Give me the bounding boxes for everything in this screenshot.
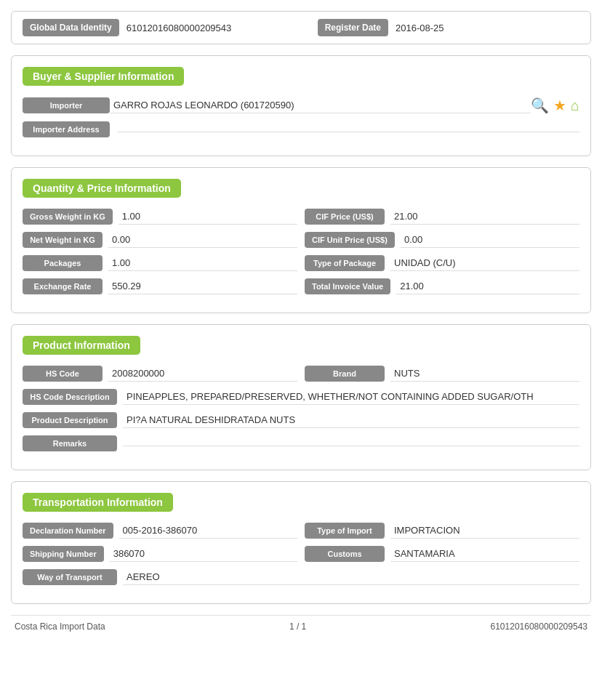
transport-row-3: Way of Transport AEREO	[23, 569, 579, 585]
total-invoice-label: Total Invoice Value	[305, 278, 390, 294]
global-id-label: Global Data Identity	[23, 19, 119, 36]
exchange-rate-value: 550.29	[108, 278, 297, 294]
hs-desc-label: HS Code Description	[23, 389, 117, 405]
type-import-label: Type of Import	[305, 523, 385, 539]
product-row-1: HS Code 2008200000 Brand NUTS	[23, 366, 579, 382]
transport-row-2: Shipping Number 386070 Customs SANTAMARI…	[23, 546, 579, 562]
page-wrapper: Global Data Identity 6101201608000020954…	[0, 0, 602, 700]
shipping-num-pair: Shipping Number 386070	[23, 546, 297, 562]
gross-weight-value: 1.00	[119, 209, 297, 225]
brand-pair: Brand NUTS	[305, 366, 579, 382]
product-info-title: Product Information	[23, 336, 140, 355]
product-info-section: Product Information HS Code 2008200000 B…	[11, 324, 591, 470]
remarks-label: Remarks	[23, 435, 117, 451]
star-icon[interactable]: ★	[553, 97, 566, 114]
hs-code-label: HS Code	[23, 366, 103, 382]
customs-value: SANTAMARIA	[390, 546, 579, 562]
type-package-value: UNIDAD (C/U)	[390, 255, 579, 271]
remarks-row: Remarks	[23, 435, 579, 451]
hs-desc-row: HS Code Description PINEAPPLES, PREPARED…	[23, 389, 579, 405]
packages-value: 1.00	[108, 255, 297, 271]
cif-price-value: 21.00	[390, 209, 579, 225]
type-import-pair: Type of Import IMPORTACION	[305, 523, 579, 539]
identity-bar: Global Data Identity 6101201608000020954…	[11, 11, 591, 44]
shipping-num-value: 386070	[110, 546, 297, 562]
exchange-rate-pair: Exchange Rate 550.29	[23, 278, 297, 294]
net-weight-label: Net Weight in KG	[23, 232, 103, 248]
importer-address-label: Importer Address	[23, 121, 110, 137]
importer-address-value	[117, 127, 579, 132]
remarks-value	[123, 441, 579, 446]
declaration-num-pair: Declaration Number 005-2016-386070	[23, 523, 297, 539]
hs-code-value: 2008200000	[108, 366, 297, 382]
declaration-num-label: Declaration Number	[23, 523, 113, 539]
search-icon[interactable]: 🔍	[531, 97, 549, 114]
footer-center: 1 / 1	[289, 621, 306, 632]
importer-address-row: Importer Address	[23, 121, 579, 137]
brand-value: NUTS	[390, 366, 579, 382]
packages-label: Packages	[23, 255, 103, 271]
customs-label: Customs	[305, 546, 385, 562]
qty-row-3: Packages 1.00 Type of Package UNIDAD (C/…	[23, 255, 579, 271]
transport-row-1: Declaration Number 005-2016-386070 Type …	[23, 523, 579, 539]
qty-row-1: Gross Weight in KG 1.00 CIF Price (US$) …	[23, 209, 579, 225]
type-import-value: IMPORTACION	[390, 523, 579, 539]
customs-pair: Customs SANTAMARIA	[305, 546, 579, 562]
transportation-section: Transportation Information Declaration N…	[11, 481, 591, 604]
register-date-label: Register Date	[318, 19, 388, 36]
icons-row: 🔍 ★ ⌂	[531, 97, 579, 114]
buyer-supplier-section: Buyer & Supplier Information Importer GA…	[11, 55, 591, 156]
way-of-transport-label: Way of Transport	[23, 569, 117, 585]
product-desc-label: Product Description	[23, 412, 117, 428]
qty-row-2: Net Weight in KG 0.00 CIF Unit Price (US…	[23, 232, 579, 248]
product-desc-value: PI?A NATURAL DESHIDRATADA NUTS	[123, 412, 579, 428]
total-invoice-value: 21.00	[396, 278, 579, 294]
importer-label: Importer	[23, 97, 110, 113]
shipping-num-label: Shipping Number	[23, 546, 104, 562]
total-invoice-pair: Total Invoice Value 21.00	[305, 278, 579, 294]
cif-unit-price-pair: CIF Unit Price (US$) 0.00	[305, 232, 579, 248]
importer-value: GARRO ROJAS LEONARDO (601720590)	[110, 97, 531, 113]
hs-desc-value: PINEAPPLES, PREPARED/PRESERVED, WHETHER/…	[123, 389, 579, 405]
packages-pair: Packages 1.00	[23, 255, 297, 271]
type-package-label: Type of Package	[305, 255, 385, 271]
footer-right: 61012016080000209543	[491, 621, 587, 632]
product-desc-row: Product Description PI?A NATURAL DESHIDR…	[23, 412, 579, 428]
footer-left: Costa Rica Import Data	[15, 621, 105, 632]
home-icon[interactable]: ⌂	[571, 97, 579, 114]
quantity-price-section: Quantity & Price Information Gross Weigh…	[11, 167, 591, 313]
net-weight-pair: Net Weight in KG 0.00	[23, 232, 297, 248]
global-id-value: 61012016080000209543	[127, 23, 310, 33]
cif-price-label: CIF Price (US$)	[305, 209, 385, 225]
cif-unit-price-value: 0.00	[401, 232, 579, 248]
net-weight-value: 0.00	[108, 232, 297, 248]
buyer-supplier-title: Buyer & Supplier Information	[23, 67, 184, 86]
declaration-num-value: 005-2016-386070	[119, 523, 297, 539]
transportation-title: Transportation Information	[23, 493, 173, 512]
gross-weight-pair: Gross Weight in KG 1.00	[23, 209, 297, 225]
cif-unit-price-label: CIF Unit Price (US$)	[305, 232, 395, 248]
footer-bar: Costa Rica Import Data 1 / 1 61012016080…	[11, 615, 591, 637]
brand-label: Brand	[305, 366, 385, 382]
hs-code-pair: HS Code 2008200000	[23, 366, 297, 382]
cif-price-pair: CIF Price (US$) 21.00	[305, 209, 579, 225]
importer-row: Importer GARRO ROJAS LEONARDO (601720590…	[23, 97, 579, 114]
quantity-price-title: Quantity & Price Information	[23, 179, 181, 198]
exchange-rate-label: Exchange Rate	[23, 278, 103, 294]
gross-weight-label: Gross Weight in KG	[23, 209, 113, 225]
qty-row-4: Exchange Rate 550.29 Total Invoice Value…	[23, 278, 579, 294]
way-of-transport-value: AEREO	[123, 569, 579, 585]
register-date-value: 2016-08-25	[396, 23, 579, 33]
type-package-pair: Type of Package UNIDAD (C/U)	[305, 255, 579, 271]
